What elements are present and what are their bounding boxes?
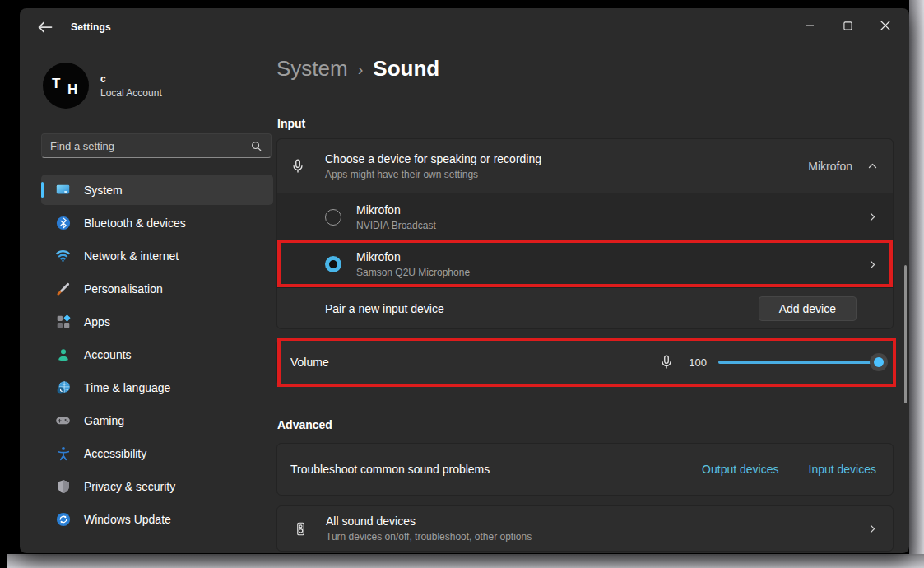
pair-device-row: Pair a new input device Add device <box>277 288 893 328</box>
sidebar-item-gaming[interactable]: Gaming <box>41 405 273 435</box>
input-devices-link[interactable]: Input devices <box>809 463 877 476</box>
sidebar-item-network-internet[interactable]: Network & internet <box>41 240 273 271</box>
search-icon <box>250 140 262 152</box>
speaker-icon <box>294 522 308 536</box>
all-devices-subtitle: Turn devices on/off, troubleshoot, other… <box>326 531 532 542</box>
bluetooth-icon <box>55 215 71 230</box>
volume-card: Volume 100 <box>276 339 894 385</box>
account-card[interactable]: T H c Local Account <box>43 63 162 109</box>
breadcrumb: System › Sound <box>276 56 439 81</box>
sidebar-item-bluetooth-devices[interactable]: Bluetooth & devices <box>41 207 273 238</box>
system-icon <box>55 182 71 198</box>
desktop-edge-right <box>909 0 924 568</box>
sidebar-item-personalisation[interactable]: Personalisation <box>41 273 273 304</box>
avatar-initial: H <box>67 81 77 98</box>
selected-device-value: Mikrofon <box>808 160 852 173</box>
volume-slider[interactable] <box>718 354 880 370</box>
radio-selected[interactable] <box>325 256 341 272</box>
breadcrumb-separator: › <box>358 58 364 79</box>
troubleshoot-title: Troubleshoot common sound problems <box>290 463 490 476</box>
slider-thumb[interactable] <box>870 353 888 371</box>
sidebar-item-label: Accessibility <box>84 447 146 460</box>
choose-device-title: Choose a device for speaking or recordin… <box>325 152 541 165</box>
sidebar-item-label: Apps <box>84 315 110 328</box>
input-section-label: Input <box>277 117 305 130</box>
volume-label: Volume <box>290 356 329 369</box>
search-input[interactable] <box>50 140 250 152</box>
sidebar-item-label: Personalisation <box>84 282 163 296</box>
apps-icon <box>55 314 71 329</box>
device-name: Mikrofon <box>356 203 436 216</box>
network-icon <box>55 248 71 263</box>
device-name: Mikrofon <box>356 250 470 263</box>
sidebar-item-label: Network & internet <box>84 249 179 263</box>
chevron-right-icon <box>867 212 878 222</box>
back-arrow-icon <box>36 19 54 35</box>
device-description: NVIDIA Broadcast <box>356 220 436 231</box>
avatar: T H <box>43 63 89 109</box>
microphone-icon <box>290 159 305 174</box>
sidebar-item-label: Accounts <box>84 348 132 361</box>
choose-device-subtitle: Apps might have their own settings <box>325 169 541 180</box>
account-type: Local Account <box>100 87 162 99</box>
pair-device-label: Pair a new input device <box>325 302 444 315</box>
sidebar-item-label: Windows Update <box>84 513 171 526</box>
sidebar-item-windows-update[interactable]: Windows Update <box>41 504 273 534</box>
sidebar-item-accessibility[interactable]: Accessibility <box>41 438 273 468</box>
sidebar-item-privacy-security[interactable]: Privacy & security <box>41 471 273 501</box>
scrollbar[interactable] <box>904 265 907 403</box>
troubleshoot-card: Troubleshoot common sound problems Outpu… <box>276 443 894 496</box>
sidebar-item-label: Gaming <box>84 414 124 427</box>
sidebar: System Bluetooth & devices Network & int… <box>41 175 273 537</box>
chevron-up-icon[interactable] <box>867 161 878 171</box>
settings-window: Settings T H c Local Account <box>20 8 909 553</box>
choose-device-row[interactable]: Choose a device for speaking or recordin… <box>277 139 893 193</box>
sidebar-item-label: Time & language <box>84 381 170 394</box>
accounts-icon <box>55 347 71 362</box>
windows-update-icon <box>55 511 71 527</box>
volume-value: 100 <box>685 356 707 369</box>
breadcrumb-system[interactable]: System <box>276 56 348 81</box>
add-device-button[interactable]: Add device <box>759 296 857 321</box>
all-devices-title: All sound devices <box>326 514 532 528</box>
advanced-section-label: Advanced <box>277 418 332 431</box>
chevron-right-icon <box>867 259 878 270</box>
app-title: Settings <box>71 21 111 33</box>
all-sound-devices-card[interactable]: All sound devices Turn devices on/off, t… <box>276 505 894 552</box>
sidebar-item-label: System <box>84 184 123 197</box>
desktop-edge-bottom <box>7 554 924 568</box>
chevron-right-icon <box>867 524 878 534</box>
sidebar-item-time-language[interactable]: Time & language <box>41 372 273 403</box>
sidebar-item-accounts[interactable]: Accounts <box>41 339 273 370</box>
radio-unselected[interactable] <box>325 209 341 226</box>
privacy-security-icon <box>55 478 71 494</box>
slider-fill <box>718 361 880 364</box>
gaming-icon <box>55 412 71 428</box>
sidebar-item-label: Privacy & security <box>84 480 175 493</box>
back-button[interactable] <box>36 19 54 35</box>
personalisation-icon <box>55 281 71 296</box>
account-name: c <box>100 73 162 85</box>
output-devices-link[interactable]: Output devices <box>702 463 778 476</box>
page-title: Sound <box>373 56 439 81</box>
device-description: Samson Q2U Microphone <box>356 267 470 278</box>
accessibility-icon <box>55 445 71 461</box>
search-box[interactable] <box>41 133 272 158</box>
input-device-card: Choose a device for speaking or recordin… <box>276 138 894 329</box>
sidebar-item-label: Bluetooth & devices <box>84 216 186 230</box>
avatar-initial: T <box>52 76 60 92</box>
microphone-icon[interactable] <box>659 355 674 370</box>
time-language-icon <box>55 379 71 395</box>
device-row-samson[interactable]: Mikrofon Samson Q2U Microphone <box>277 241 893 289</box>
sidebar-item-system[interactable]: System <box>41 175 273 205</box>
sidebar-item-apps[interactable]: Apps <box>41 306 273 337</box>
main-content: System › Sound Input Choose a device for… <box>276 8 895 553</box>
device-row-nvidia[interactable]: Mikrofon NVIDIA Broadcast <box>277 193 893 241</box>
